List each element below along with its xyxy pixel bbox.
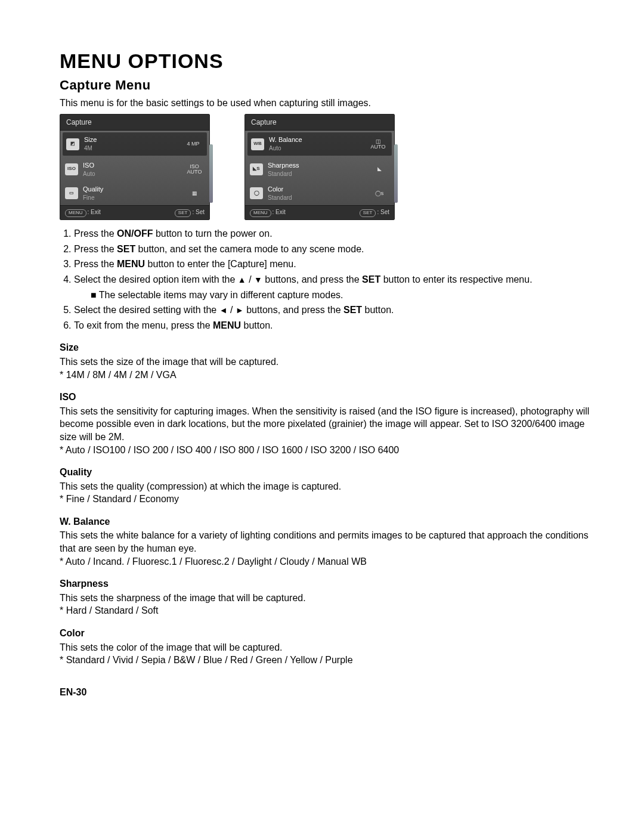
option-sections: Size This sets the size of the image tha… bbox=[60, 341, 590, 666]
menu-chip-icon: MENU bbox=[65, 209, 86, 217]
page-number: EN-30 bbox=[60, 686, 590, 699]
set-chip-icon: SET bbox=[175, 209, 191, 217]
instruction-list: Press the ON/OFF button to turn the powe… bbox=[60, 227, 590, 332]
menu-row-quality: ▭ Quality Fine ▦ bbox=[60, 181, 209, 205]
section-heading-size: Size bbox=[60, 341, 590, 354]
row-value: 4M bbox=[84, 144, 178, 153]
set-chip-icon: SET bbox=[360, 209, 376, 217]
section-desc: This sets the color of the image that wi… bbox=[60, 641, 590, 654]
intro-text: This menu is for the basic settings to b… bbox=[60, 97, 590, 110]
section-heading-wb: W. Balance bbox=[60, 515, 590, 528]
step-1: Press the ON/OFF button to turn the powe… bbox=[74, 227, 590, 240]
step-3: Press the MENU button to enter the [Capt… bbox=[74, 258, 590, 271]
lcd-footer: MENU: Exit SET: Set bbox=[245, 205, 394, 219]
scrollbar-hint bbox=[394, 144, 398, 203]
section-heading-iso: ISO bbox=[60, 391, 590, 404]
row-right-icon: ◣ bbox=[369, 166, 389, 172]
left-arrow-icon: ◄ bbox=[219, 305, 228, 315]
section-opts: * Hard / Standard / Soft bbox=[60, 604, 590, 617]
row-right-icon: ◯s bbox=[369, 191, 389, 196]
menu-row-size: ◩ Size 4M 4 MP bbox=[63, 132, 207, 155]
menu-chip-icon: MENU bbox=[250, 209, 271, 217]
section-desc: This sets the size of the image that wil… bbox=[60, 355, 590, 369]
section-heading-color: Color bbox=[60, 627, 590, 640]
wb-icon: WB bbox=[251, 138, 264, 150]
down-arrow-icon: ▼ bbox=[254, 275, 262, 284]
lcd-header: Capture bbox=[60, 115, 209, 131]
row-name: Color bbox=[268, 185, 364, 194]
set-chip-label: : Set bbox=[377, 209, 389, 215]
set-chip-label: : Set bbox=[192, 209, 205, 215]
section-heading-sharpness: Sharpness bbox=[60, 577, 590, 590]
row-right-icon: ISO AUTO bbox=[184, 164, 205, 175]
section-desc: This sets the quality (compression) at w… bbox=[60, 480, 590, 493]
lcd-screenshot-right: Capture WB W. Balance Auto ◫ AUTO ◣S Sha… bbox=[244, 114, 395, 220]
page-title: MENU OPTIONS bbox=[60, 48, 590, 75]
lcd-screenshot-left: Capture ◩ Size 4M 4 MP ISO ISO Auto ISO … bbox=[60, 114, 210, 220]
menu-chip-label: : Exit bbox=[273, 209, 286, 215]
quality-icon: ▭ bbox=[65, 187, 78, 199]
step-6: To exit from the menu, press the MENU bu… bbox=[74, 319, 590, 332]
scrollbar-hint bbox=[209, 144, 213, 203]
section-title: Capture Menu bbox=[60, 76, 590, 94]
step-5: Select the desired setting with the ◄ / … bbox=[74, 304, 590, 317]
color-icon: ◯ bbox=[250, 187, 263, 199]
step-4-sub: The selectable items may vary in differe… bbox=[91, 289, 590, 302]
section-opts: * Standard / Vivid / Sepia / B&W / Blue … bbox=[60, 654, 590, 667]
up-arrow-icon: ▲ bbox=[238, 275, 246, 284]
section-opts: * Auto / ISO100 / ISO 200 / ISO 400 / IS… bbox=[60, 444, 590, 457]
right-arrow-icon: ► bbox=[236, 305, 244, 315]
sharpness-icon: ◣S bbox=[250, 163, 263, 175]
section-opts: * 14M / 8M / 4M / 2M / VGA bbox=[60, 369, 590, 382]
row-value: Standard bbox=[268, 170, 364, 178]
menu-chip-label: : Exit bbox=[88, 209, 101, 215]
row-right-icon: ▦ bbox=[184, 191, 205, 196]
row-name: ISO bbox=[83, 161, 179, 170]
row-value: Auto bbox=[83, 170, 179, 178]
row-name: W. Balance bbox=[269, 135, 363, 144]
section-desc: This sets the sensitivity for capturing … bbox=[60, 405, 590, 444]
row-right-icon: ◫ AUTO bbox=[368, 139, 388, 150]
section-heading-quality: Quality bbox=[60, 466, 590, 479]
step-2: Press the SET button, and set the camera… bbox=[74, 243, 590, 256]
menu-row-iso: ISO ISO Auto ISO AUTO bbox=[60, 157, 209, 181]
row-right-icon: 4 MP bbox=[183, 141, 203, 147]
screenshots-container: Capture ◩ Size 4M 4 MP ISO ISO Auto ISO … bbox=[60, 114, 590, 220]
lcd-header: Capture bbox=[245, 115, 394, 131]
section-desc: This sets the white balance for a variet… bbox=[60, 529, 590, 555]
menu-row-sharpness: ◣S Sharpness Standard ◣ bbox=[245, 157, 394, 181]
row-name: Size bbox=[84, 135, 178, 144]
section-opts: * Auto / Incand. / Fluoresc.1 / Fluoresc… bbox=[60, 555, 590, 568]
lcd-footer: MENU: Exit SET: Set bbox=[60, 205, 209, 219]
row-name: Quality bbox=[83, 185, 179, 194]
row-value: Fine bbox=[83, 194, 179, 202]
row-value: Standard bbox=[268, 194, 364, 202]
row-name: Sharpness bbox=[268, 161, 364, 170]
iso-icon: ISO bbox=[65, 163, 78, 175]
size-icon: ◩ bbox=[66, 138, 79, 150]
section-opts: * Fine / Standard / Economy bbox=[60, 493, 590, 506]
menu-row-wb: WB W. Balance Auto ◫ AUTO bbox=[247, 132, 392, 155]
menu-row-color: ◯ Color Standard ◯s bbox=[245, 181, 394, 205]
section-desc: This sets the sharpness of the image tha… bbox=[60, 592, 590, 605]
row-value: Auto bbox=[269, 144, 363, 153]
step-4: Select the desired option item with the … bbox=[74, 273, 590, 301]
